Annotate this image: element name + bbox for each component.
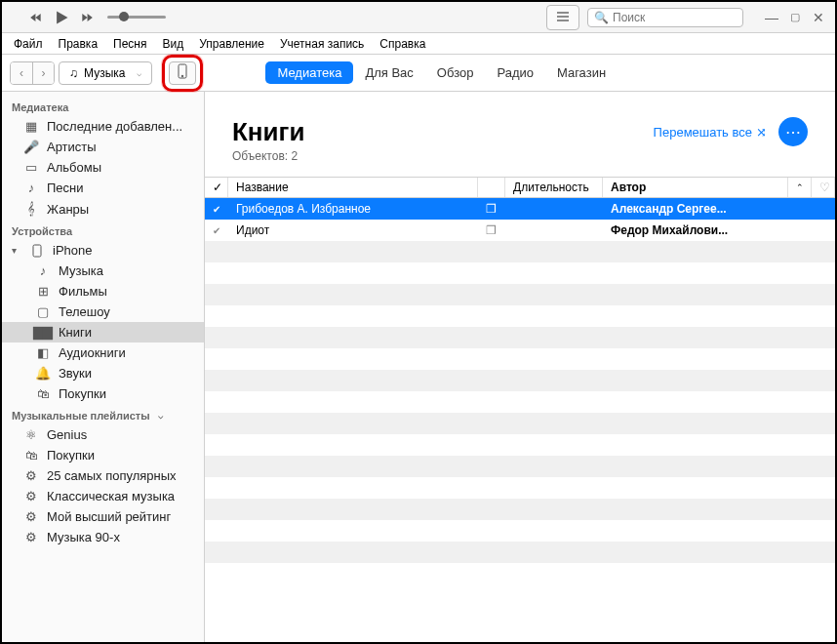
forward-button[interactable]: › — [32, 62, 54, 84]
sidebar-item-albums[interactable]: ▭Альбомы — [2, 157, 204, 178]
sidebar-item-genius[interactable]: ⚛Genius — [2, 424, 204, 445]
gear-icon: ⚙ — [23, 509, 39, 524]
table-body: ✔ Грибоедов А. Избранное ❐ Александр Сер… — [205, 198, 835, 642]
table-row-empty — [205, 327, 835, 348]
book-copy-icon: ❐ — [486, 202, 497, 216]
tab-radio[interactable]: Радио — [485, 61, 545, 84]
checked-icon: ✔ — [213, 225, 220, 236]
tab-library[interactable]: Медиатека — [265, 61, 353, 84]
sidebar-header-devices: Устройства — [2, 220, 204, 240]
sidebar-item-genres[interactable]: 𝄞Жанры — [2, 198, 204, 220]
menu-file[interactable]: Файл — [6, 35, 51, 53]
tab-for-you[interactable]: Для Вас — [353, 61, 424, 84]
tab-store[interactable]: Магазин — [545, 61, 618, 84]
calendar-icon: ▦ — [23, 119, 39, 134]
sidebar-item-songs[interactable]: ♪Песни — [2, 178, 204, 198]
sidebar-item-iphone[interactable]: ▾ iPhone — [2, 240, 204, 261]
list-view-toggle[interactable] — [546, 5, 579, 30]
menubar: Файл Правка Песня Вид Управление Учетная… — [2, 33, 835, 55]
bell-icon: 🔔 — [35, 366, 51, 381]
shuffle-icon: ⤨ — [756, 125, 767, 140]
sort-asc-icon: ⌃ — [796, 182, 804, 192]
table-row-empty — [205, 499, 835, 520]
sidebar-item-toprated[interactable]: ⚙Мой высший рейтинг — [2, 506, 204, 527]
table-row-empty — [205, 434, 835, 456]
table-row-empty — [205, 520, 835, 542]
device-button[interactable] — [169, 61, 196, 85]
tv-icon: ▢ — [35, 304, 51, 319]
sidebar-header-playlists[interactable]: Музыкальные плейлисты⌵ — [2, 404, 204, 424]
sidebar-item-top25[interactable]: ⚙25 самых популярных — [2, 465, 204, 486]
col-duration[interactable]: Длительность — [505, 178, 603, 197]
phone-icon — [178, 63, 187, 83]
table-row-empty — [205, 456, 835, 477]
table-row[interactable]: ✔ Грибоедов А. Избранное ❐ Александр Сер… — [205, 198, 835, 220]
table-header: ✓ Название Длительность Автор ⌃ ♡ — [205, 177, 835, 198]
col-author[interactable]: Автор — [603, 178, 788, 197]
audiobook-icon: ◧ — [35, 345, 51, 360]
titlebar: 🔍 — ▢ ✕ — [2, 2, 835, 33]
sidebar-item-music[interactable]: ♪Музыка — [2, 261, 204, 281]
table-row-empty — [205, 348, 835, 370]
sidebar-item-books[interactable]: ▇▇Книги — [2, 322, 204, 342]
sidebar-item-tones[interactable]: 🔔Звуки — [2, 363, 204, 383]
heart-icon: ♡ — [819, 181, 830, 194]
sidebar-item-purchases[interactable]: 🛍Покупки — [2, 383, 204, 404]
note-icon: ♪ — [35, 263, 51, 278]
library-dropdown[interactable]: ♫ Музыка ⌵ — [59, 61, 152, 85]
table-row-empty — [205, 391, 835, 413]
sidebar-item-movies[interactable]: ⊞Фильмы — [2, 281, 204, 302]
play-button[interactable] — [47, 2, 77, 32]
col-love[interactable]: ♡ — [812, 178, 835, 197]
col-name[interactable]: Название — [228, 178, 478, 197]
table-row-empty — [205, 262, 835, 284]
shuffle-all-button[interactable]: Перемешать все ⤨ — [654, 125, 767, 140]
album-icon: ▭ — [23, 160, 39, 175]
sidebar-item-purchases2[interactable]: 🛍Покупки — [2, 445, 204, 465]
back-button[interactable]: ‹ — [11, 62, 32, 84]
next-button[interactable] — [76, 7, 98, 28]
volume-slider[interactable] — [107, 16, 166, 19]
sidebar-item-tv[interactable]: ▢Телешоу — [2, 302, 204, 322]
col-checkmark[interactable]: ✓ — [205, 178, 228, 197]
col-icon[interactable] — [478, 178, 505, 197]
table-row-empty — [205, 413, 835, 434]
checked-icon: ✔ — [213, 204, 220, 215]
sidebar-item-artists[interactable]: 🎤Артисты — [2, 137, 204, 157]
page-title: Книги — [232, 117, 304, 147]
maximize-button[interactable]: ▢ — [786, 9, 804, 26]
search-input[interactable]: 🔍 — [587, 8, 743, 27]
gear-icon: ⚙ — [23, 530, 39, 544]
col-sort-indicator[interactable]: ⌃ — [788, 178, 812, 197]
close-button[interactable]: ✕ — [810, 9, 827, 26]
content-area: Книги Объектов: 2 Перемешать все ⤨ ⋯ ✓ Н… — [205, 92, 835, 642]
menu-help[interactable]: Справка — [372, 35, 433, 53]
atom-icon: ⚛ — [23, 427, 39, 442]
more-button[interactable]: ⋯ — [778, 117, 808, 146]
sidebar-item-classical[interactable]: ⚙Классическая музыка — [2, 486, 204, 506]
sidebar-item-audiobooks[interactable]: ◧Аудиокниги — [2, 342, 204, 363]
sidebar-item-recent[interactable]: ▦Последние добавлен... — [2, 116, 204, 137]
tab-browse[interactable]: Обзор — [425, 61, 486, 84]
book-copy-icon: ❐ — [486, 223, 497, 237]
minimize-button[interactable]: — — [763, 9, 780, 26]
sidebar-item-90s[interactable]: ⚙Музыка 90-х — [2, 527, 204, 547]
menu-song[interactable]: Песня — [105, 35, 154, 53]
menu-edit[interactable]: Правка — [51, 35, 106, 53]
menu-view[interactable]: Вид — [155, 35, 192, 53]
highlight-annotation — [162, 55, 203, 92]
disclosure-triangle-icon[interactable]: ▾ — [12, 245, 21, 256]
object-count: Объектов: 2 — [232, 149, 304, 163]
mic-icon: 🎤 — [23, 140, 39, 154]
menu-account[interactable]: Учетная запись — [272, 35, 372, 53]
svg-rect-5 — [33, 245, 41, 257]
search-icon: 🔍 — [594, 11, 609, 24]
toolbar: ‹ › ♫ Музыка ⌵ Медиатека Для Вас Обзор Р… — [2, 55, 835, 92]
bag-icon: 🛍 — [23, 448, 39, 463]
sidebar: Медиатека ▦Последние добавлен... 🎤Артист… — [2, 92, 205, 642]
prev-button[interactable] — [25, 7, 47, 28]
table-row-empty — [205, 241, 835, 262]
menu-controls[interactable]: Управление — [191, 35, 272, 53]
table-row-empty — [205, 370, 835, 391]
table-row[interactable]: ✔ Идиот ❐ Федор Михайлови... — [205, 220, 835, 241]
